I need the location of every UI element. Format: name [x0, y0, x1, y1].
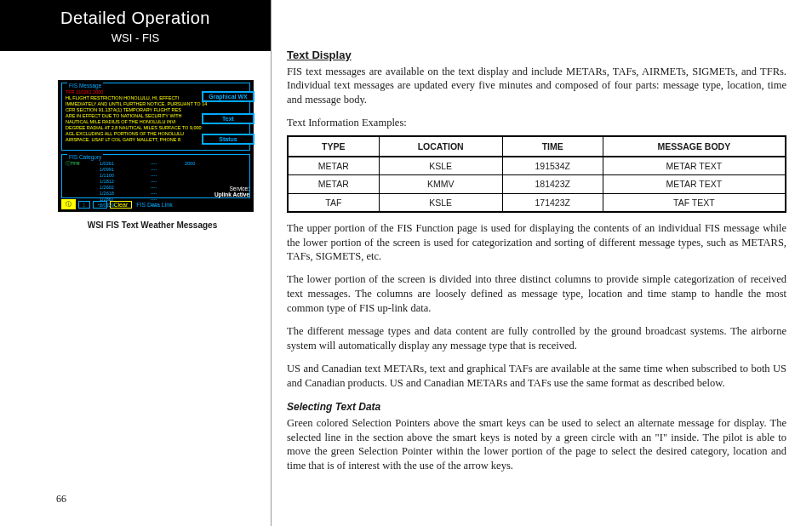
category-row: 1/1812---- — [66, 179, 246, 185]
table-cell: KMMV — [379, 175, 502, 193]
fis-message-label: FIS Message — [67, 83, 103, 89]
table-cell: METAR TEXT — [603, 157, 786, 175]
table-cell: 181423Z — [502, 175, 603, 193]
page-number: 66 — [56, 493, 66, 506]
paragraph-3: The different message types and data con… — [287, 324, 786, 353]
subsection-heading-selecting-text-data: Selecting Text Data — [287, 400, 786, 414]
service-label: Service: — [230, 186, 249, 192]
smart-keys: ⓘ ↕ ↔ Clear FIS Data Link — [61, 199, 250, 209]
service-value: Uplink Active — [214, 192, 249, 197]
table-cell: 191534Z — [502, 157, 603, 175]
table-header: MESSAGE BODY — [603, 136, 786, 157]
paragraph-4: US and Canadian text METARs, text and gr… — [287, 362, 786, 391]
table-cell: TAF TEXT — [603, 193, 786, 212]
device-screenshot: FIS Message TFR 110261 2000 HL FLIGHT RE… — [58, 80, 254, 212]
table-header: TYPE — [288, 136, 379, 157]
table-cell: KSLE — [379, 157, 502, 175]
category-row: 1/0991---- — [66, 167, 246, 173]
fis-category-label: FIS Category — [67, 154, 103, 160]
page-header: Detailed Operation WSI - FIS — [0, 0, 271, 51]
header-title: Detailed Operation — [0, 9, 271, 28]
paragraph-2: The lower portion of the screen is divid… — [287, 272, 786, 316]
table-row: METARKSLE191534ZMETAR TEXT — [288, 157, 786, 175]
paragraph-1: The upper portion of the FIS Function pa… — [287, 221, 786, 265]
arrow-left-right-key[interactable]: ↔ — [93, 201, 107, 209]
intro-paragraph: FIS text messages are available on the t… — [287, 65, 786, 108]
table-cell: 171423Z — [502, 193, 603, 212]
selection-pointer-key[interactable]: ⓘ — [61, 199, 76, 209]
table-cell: METAR — [288, 157, 379, 175]
graphical-wx-button[interactable]: Graphical WX — [202, 91, 254, 102]
status-button[interactable]: Status — [202, 134, 254, 145]
text-info-table: TYPELOCATIONTIMEMESSAGE BODY METARKSLE19… — [287, 135, 786, 213]
arrow-up-down-key[interactable]: ↕ — [78, 201, 90, 209]
service-status: Service: Uplink Active — [214, 186, 249, 197]
category-row: ⓘTFR1/0261----2000 — [66, 161, 246, 167]
header-subtitle: WSI - FIS — [0, 31, 271, 44]
table-cell: KSLE — [379, 193, 502, 212]
subsection-body: Green colored Selection Pointers above t… — [287, 416, 786, 474]
section-heading-text-display: Text Display — [287, 48, 786, 63]
table-row: METARKMMV181423ZMETAR TEXT — [288, 175, 786, 193]
examples-label: Text Information Examples: — [287, 116, 786, 130]
table-cell: METAR TEXT — [603, 175, 786, 193]
table-header: LOCATION — [379, 136, 502, 157]
table-cell: TAF — [288, 193, 379, 212]
table-cell: METAR — [288, 175, 379, 193]
table-header: TIME — [502, 136, 603, 157]
text-button[interactable]: Text — [202, 113, 254, 124]
screenshot-caption: WSI FIS Text Weather Messages — [58, 220, 247, 230]
table-row: TAFKSLE171423ZTAF TEXT — [288, 193, 786, 212]
fis-data-link-label: FIS Data Link — [136, 202, 172, 208]
category-row: 1/1100---- — [66, 173, 246, 179]
clear-key[interactable]: Clear — [110, 201, 133, 209]
